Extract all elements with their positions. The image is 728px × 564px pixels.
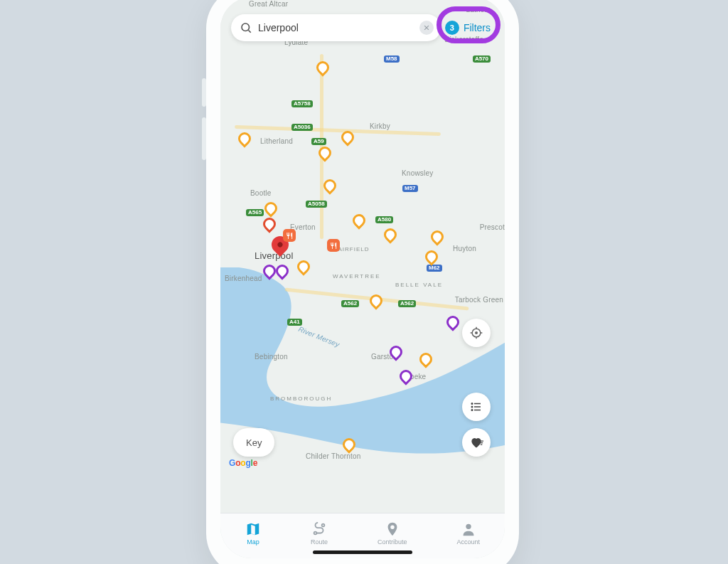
- map-key-button[interactable]: Key: [233, 428, 274, 457]
- map-icon: [245, 521, 261, 537]
- place-label: Bebington: [255, 353, 288, 361]
- place-label: Prescot: [480, 223, 505, 231]
- tab-label: Route: [311, 538, 328, 546]
- tab-label: Contribute: [378, 538, 407, 546]
- svg-rect-15: [474, 410, 481, 411]
- filters-label: Filters: [464, 22, 491, 33]
- contribute-icon: [385, 521, 400, 537]
- road-shield: A5036: [291, 124, 313, 131]
- road-shield: A580: [375, 216, 393, 223]
- search-bar: [231, 14, 441, 41]
- filters-count-badge: 3: [445, 21, 459, 35]
- svg-rect-17: [481, 442, 483, 443]
- account-icon: [461, 521, 476, 537]
- map-pin[interactable]: [273, 262, 291, 280]
- food-marker[interactable]: [283, 229, 296, 242]
- map-pin[interactable]: [397, 367, 414, 385]
- road-shield: A5058: [306, 201, 327, 208]
- tab-map[interactable]: Map: [245, 521, 261, 546]
- map-pin[interactable]: [381, 225, 399, 243]
- map-pin[interactable]: [235, 129, 253, 147]
- road-shield: M62: [427, 265, 442, 272]
- road-shield: M57: [402, 185, 418, 192]
- svg-point-12: [471, 406, 473, 408]
- filters-button[interactable]: 3 Filters: [439, 14, 496, 41]
- place-label: Great Altcar: [249, 0, 288, 8]
- screen: Great Altcar Lathom Lydiate Bickerstaffe…: [220, 0, 505, 558]
- road-shield: M58: [384, 55, 400, 63]
- place-label: Birkenhead: [225, 275, 262, 282]
- home-indicator: [313, 550, 412, 554]
- close-icon: [423, 24, 430, 31]
- heart-icon: [469, 435, 483, 449]
- search-icon: [240, 21, 252, 34]
- search-input[interactable]: [258, 22, 414, 33]
- tab-contribute[interactable]: Contribute: [378, 521, 407, 546]
- map-pin[interactable]: [417, 350, 434, 368]
- bottom-tab-bar: Map Route Contribute Account: [220, 513, 505, 558]
- favourites-button[interactable]: [462, 428, 491, 457]
- tab-route[interactable]: Route: [311, 521, 328, 546]
- place-label: Childer Thornton: [306, 452, 361, 460]
- map-pin[interactable]: [314, 58, 331, 76]
- svg-line-1: [248, 30, 250, 32]
- map-pin[interactable]: [387, 343, 405, 361]
- place-label: WAVERTREE: [333, 273, 381, 280]
- place-label: BELLE VALE: [395, 282, 443, 288]
- svg-point-5: [476, 332, 478, 334]
- road: [235, 125, 441, 136]
- map-pin[interactable]: [262, 199, 279, 217]
- map-pin[interactable]: [428, 228, 446, 245]
- tab-account[interactable]: Account: [456, 521, 480, 546]
- river-label: River Mersey: [297, 325, 341, 348]
- road-shield: A562: [341, 300, 359, 307]
- map-pin[interactable]: [444, 313, 461, 331]
- map-pin[interactable]: [316, 144, 333, 161]
- place-label: BROMBOROUGH: [270, 395, 332, 402]
- map-pin[interactable]: [321, 176, 338, 194]
- svg-rect-13: [474, 406, 481, 408]
- road-shield: A562: [398, 300, 416, 307]
- place-label: Tarbock Green: [455, 296, 503, 304]
- road-shield: A41: [287, 319, 302, 326]
- svg-point-20: [322, 523, 325, 526]
- map-pin[interactable]: [260, 215, 278, 233]
- place-label: Bootle: [250, 189, 272, 197]
- svg-rect-11: [474, 403, 481, 405]
- list-view-button[interactable]: [462, 393, 491, 421]
- svg-point-19: [314, 531, 317, 534]
- locate-me-button[interactable]: [462, 319, 491, 347]
- road-shield: A59: [311, 138, 326, 145]
- place-label: Knowsley: [402, 169, 433, 177]
- svg-point-14: [471, 409, 473, 411]
- place-label: Lathom: [466, 6, 491, 14]
- map-pin[interactable]: [294, 257, 312, 275]
- place-label-city: Liverpool: [255, 250, 294, 261]
- svg-rect-18: [481, 445, 483, 445]
- map-canvas[interactable]: Great Altcar Lathom Lydiate Bickerstaffe…: [220, 0, 505, 558]
- tab-label: Account: [456, 538, 480, 546]
- map-pin[interactable]: [340, 435, 358, 453]
- road-shield: A570: [473, 55, 491, 63]
- road-shield: A5758: [291, 100, 313, 107]
- tab-label: Map: [247, 538, 259, 546]
- place-label: Kirkby: [370, 122, 390, 130]
- svg-point-0: [242, 23, 250, 31]
- map-pin[interactable]: [367, 292, 385, 309]
- food-marker[interactable]: [327, 239, 340, 252]
- svg-point-23: [466, 523, 471, 528]
- crosshair-icon: [469, 326, 483, 340]
- map-pin[interactable]: [422, 248, 440, 265]
- clear-search-button[interactable]: [419, 21, 434, 35]
- route-icon: [311, 521, 327, 537]
- road-shield: A565: [246, 209, 264, 216]
- google-attribution: Google: [229, 458, 257, 468]
- place-label: Huyton: [453, 245, 476, 252]
- list-icon: [470, 400, 483, 413]
- place-label: Litherland: [260, 137, 293, 145]
- map-pin[interactable]: [350, 211, 368, 229]
- phone-mockup: Great Altcar Lathom Lydiate Bickerstaffe…: [206, 0, 519, 564]
- svg-rect-16: [481, 441, 483, 442]
- svg-point-10: [471, 403, 473, 405]
